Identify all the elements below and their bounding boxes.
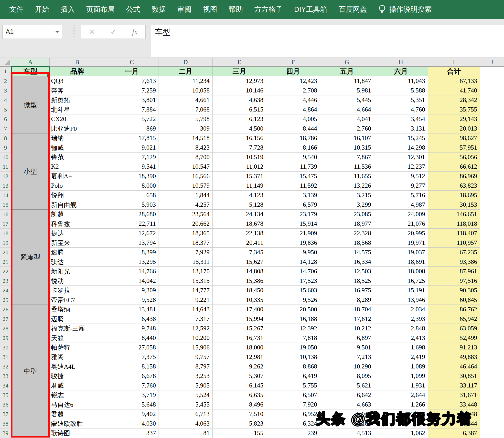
cell-F38[interactable]: 6,324 xyxy=(266,419,320,428)
cell-I28[interactable]: 63,059 xyxy=(428,324,480,333)
cell-E17[interactable]: 18,678 xyxy=(213,219,266,229)
cell-E12[interactable]: 15,371 xyxy=(213,172,266,181)
cell-J30[interactable] xyxy=(480,343,504,352)
cell-F21[interactable]: 14,128 xyxy=(266,257,320,267)
menu-tab-page-layout[interactable]: 页面布局 xyxy=(86,5,115,14)
cell-F24[interactable]: 15,603 xyxy=(266,286,320,295)
cell-E34[interactable]: 6,145 xyxy=(213,381,266,390)
row-header-18[interactable]: 18 xyxy=(0,229,11,238)
cell-H30[interactable]: 1,698 xyxy=(374,343,428,352)
cell-F30[interactable]: 19,050 xyxy=(266,343,320,352)
cell-I15[interactable]: 30,153 xyxy=(428,200,480,210)
cell-C22[interactable]: 14,766 xyxy=(105,267,159,276)
cell-J39[interactable] xyxy=(480,428,504,438)
cancel-icon[interactable]: ✕ xyxy=(89,28,95,36)
cell-J29[interactable] xyxy=(480,333,504,343)
cell-F2[interactable]: 12,423 xyxy=(266,76,320,86)
cell-G20[interactable]: 14,575 xyxy=(320,248,374,257)
cell-H31[interactable]: 2,419 xyxy=(374,352,428,362)
cell-J18[interactable] xyxy=(480,229,504,238)
cell-J38[interactable] xyxy=(480,419,504,428)
cell-C20[interactable]: 8,399 xyxy=(105,248,159,257)
cell-C28[interactable]: 9,748 xyxy=(105,324,159,333)
column-header-B[interactable]: B xyxy=(50,58,105,67)
cell-F3[interactable]: 2,708 xyxy=(266,86,320,95)
column-header-E[interactable]: E xyxy=(213,58,266,67)
row-header-23[interactable]: 23 xyxy=(0,276,11,286)
cell-E3[interactable]: 10,146 xyxy=(213,86,266,95)
name-box-dropdown-icon[interactable] xyxy=(55,31,59,35)
cell-B6[interactable]: CX20 xyxy=(50,114,105,124)
cell-H5[interactable]: 4,760 xyxy=(374,105,428,114)
row-header-38[interactable]: 38 xyxy=(0,419,11,428)
merged-cell-category[interactable]: 紧凑型 xyxy=(11,210,50,305)
cell-D1[interactable]: 二月 xyxy=(159,67,213,76)
cell-J24[interactable] xyxy=(480,286,504,295)
cell-J21[interactable] xyxy=(480,257,504,267)
cell-I33[interactable]: 30,851 xyxy=(428,371,480,381)
cell-G34[interactable]: 5,621 xyxy=(320,381,374,390)
cell-F11[interactable]: 11,739 xyxy=(266,162,320,172)
cell-F15[interactable]: 6,579 xyxy=(266,200,320,210)
row-header-8[interactable]: 8 xyxy=(0,133,11,143)
cell-E24[interactable]: 18,450 xyxy=(213,286,266,295)
cell-F17[interactable]: 15,914 xyxy=(266,219,320,229)
menu-tab-insert[interactable]: 插入 xyxy=(61,5,75,14)
cell-B2[interactable]: QQ3 xyxy=(50,76,105,86)
cell-G32[interactable]: 10,290 xyxy=(320,362,374,371)
cell-B7[interactable]: 比亚迪F0 xyxy=(50,124,105,133)
cell-B38[interactable]: 蒙迪欧致胜 xyxy=(50,419,105,428)
cell-I34[interactable]: 33,117 xyxy=(428,381,480,390)
cell-E27[interactable]: 15,994 xyxy=(213,314,266,324)
cell-D26[interactable]: 14,643 xyxy=(159,305,213,314)
cell-G35[interactable]: 6,642 xyxy=(320,390,374,400)
cell-G33[interactable]: 8,095 xyxy=(320,371,374,381)
select-all-corner[interactable] xyxy=(0,58,11,67)
cell-G36[interactable]: 4,663 xyxy=(320,400,374,409)
cell-C1[interactable]: 一月 xyxy=(105,67,159,76)
search-help-label[interactable]: 操作说明搜索 xyxy=(389,5,432,14)
cell-F25[interactable]: 9,526 xyxy=(266,295,320,305)
cell-G9[interactable]: 10,315 xyxy=(320,143,374,153)
cell-F26[interactable]: 20,500 xyxy=(266,305,320,314)
row-header-5[interactable]: 5 xyxy=(0,105,11,114)
cell-D18[interactable]: 18,365 xyxy=(159,229,213,238)
cell-H34[interactable]: 1,931 xyxy=(374,381,428,390)
cell-I39[interactable]: 6,387 xyxy=(428,428,480,438)
cell-J28[interactable] xyxy=(480,324,504,333)
cell-B22[interactable]: 新阳光 xyxy=(50,267,105,276)
row-header-24[interactable]: 24 xyxy=(0,286,11,295)
cell-F33[interactable]: 6,419 xyxy=(266,371,320,381)
cell-F28[interactable]: 12,392 xyxy=(266,324,320,333)
cell-H22[interactable]: 18,008 xyxy=(374,267,428,276)
cell-D2[interactable]: 11,234 xyxy=(159,76,213,86)
cell-C16[interactable]: 28,680 xyxy=(105,210,159,219)
cell-H39[interactable]: 1,062 xyxy=(374,428,428,438)
cell-F35[interactable]: 6,507 xyxy=(266,390,320,400)
cell-D17[interactable]: 20,662 xyxy=(159,219,213,229)
cell-D13[interactable]: 10,579 xyxy=(159,181,213,191)
cell-E31[interactable]: 12,981 xyxy=(213,352,266,362)
row-header-26[interactable]: 26 xyxy=(0,305,11,314)
cell-E15[interactable]: 5,128 xyxy=(213,200,266,210)
cell-J36[interactable] xyxy=(480,400,504,409)
cell-D11[interactable]: 10,547 xyxy=(159,162,213,172)
cell-D16[interactable]: 23,564 xyxy=(159,210,213,219)
cell-D8[interactable]: 14,518 xyxy=(159,133,213,143)
cell-E36[interactable]: 8,496 xyxy=(213,400,266,409)
cell-G22[interactable]: 12,503 xyxy=(320,267,374,276)
column-header-J[interactable]: J xyxy=(480,58,504,67)
cell-E8[interactable]: 16,156 xyxy=(213,133,266,143)
menu-tab-formulas[interactable]: 公式 xyxy=(126,5,140,14)
cell-D34[interactable]: 5,905 xyxy=(159,381,213,390)
cell-D36[interactable]: 5,455 xyxy=(159,400,213,409)
cell-E10[interactable]: 10,519 xyxy=(213,153,266,162)
cell-I5[interactable]: 35,755 xyxy=(428,105,480,114)
cell-G4[interactable]: 5,445 xyxy=(320,95,374,105)
cell-B33[interactable]: 骏捷 xyxy=(50,371,105,381)
cell-H4[interactable]: 5,351 xyxy=(374,95,428,105)
cell-G3[interactable]: 5,981 xyxy=(320,86,374,95)
cell-B10[interactable]: 锋范 xyxy=(50,153,105,162)
cell-D30[interactable]: 15,906 xyxy=(159,343,213,352)
cell-J16[interactable] xyxy=(480,210,504,219)
